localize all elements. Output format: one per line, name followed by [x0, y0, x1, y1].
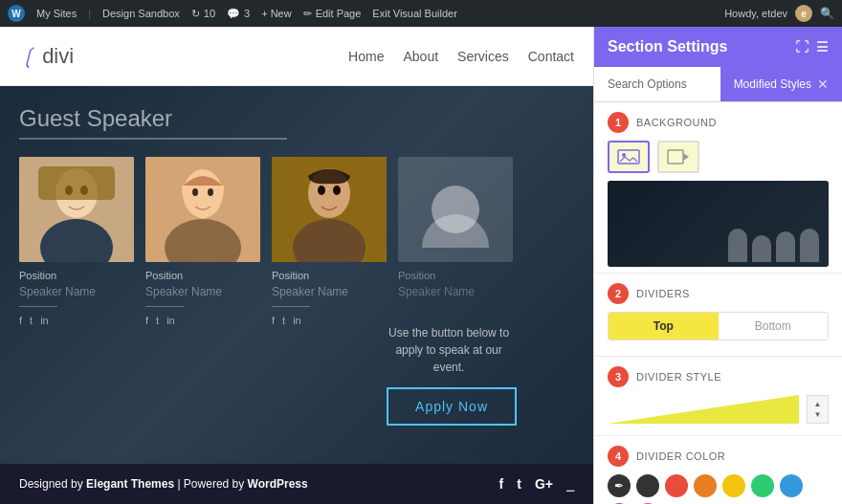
right-panel: Section Settings ⛶ ☰ Search Options Modi…: [593, 27, 842, 504]
speaker-card-4: Position Speaker Name: [398, 157, 513, 306]
speaker-position-1: Position: [19, 270, 134, 281]
wordpress-link[interactable]: WordPress: [248, 477, 308, 491]
badge-4: 4: [608, 446, 629, 467]
color-yellow[interactable]: [722, 474, 745, 497]
twitter-icon-3[interactable]: t: [282, 315, 285, 326]
twitter-icon-2[interactable]: t: [156, 315, 159, 326]
panel-title: Section Settings: [608, 38, 727, 55]
site-logo-text: divi: [42, 44, 74, 68]
pencil-icon: ✏: [303, 8, 312, 20]
color-green[interactable]: [751, 474, 774, 497]
new-label: + New: [261, 8, 292, 19]
divider-top-tab[interactable]: Top: [609, 313, 719, 340]
site-footer: Designed by Elegant Themes | Powered by …: [0, 464, 593, 504]
placeholder-avatar: [432, 186, 479, 233]
wp-logo-icon: W: [8, 5, 25, 22]
speaker-name-4: Speaker Name: [398, 285, 513, 298]
dividers-section: 2 Dividers Top Bottom: [594, 274, 842, 357]
edit-page-link[interactable]: ✏ Edit Page: [303, 8, 362, 20]
footer-rss-icon[interactable]: ⎯: [566, 476, 574, 492]
my-sites-menu[interactable]: My Sites: [36, 8, 77, 19]
modified-styles-tab[interactable]: Modified Styles ✕: [720, 67, 842, 101]
site-nav-links: Home About Services Contact: [348, 49, 574, 64]
badge-1: 1: [608, 112, 629, 133]
guest-speaker-title: Guest Speaker: [19, 105, 574, 132]
modified-close-icon[interactable]: ✕: [817, 77, 829, 92]
nav-about[interactable]: About: [403, 49, 438, 64]
bg-video-option[interactable]: [657, 141, 699, 173]
elegant-themes-link[interactable]: Elegant Themes: [86, 477, 174, 491]
svg-rect-16: [618, 150, 639, 164]
my-sites-label: My Sites: [36, 8, 77, 19]
search-button[interactable]: 🔍: [820, 7, 834, 20]
background-section: 1 Background: [594, 102, 842, 274]
twitter-icon-1[interactable]: t: [30, 315, 33, 326]
svg-point-14: [318, 186, 325, 195]
speaker-divider-2: [145, 306, 184, 307]
comment-icon: 💬: [227, 8, 240, 20]
divider-style-select[interactable]: ▲ ▼: [807, 395, 829, 424]
speaker-photo-placeholder: [398, 157, 513, 262]
apply-now-button[interactable]: Apply Now: [387, 387, 517, 426]
title-underline: [19, 138, 287, 140]
svg-point-15: [333, 186, 341, 195]
eyedropper-icon: ✒: [614, 479, 624, 493]
color-blue[interactable]: [780, 474, 803, 497]
linkedin-icon-2[interactable]: in: [166, 315, 175, 326]
footer-social: f t G+ ⎯: [499, 476, 574, 492]
site-logo: ❲ divi: [19, 44, 74, 69]
chevron-up-icon: ▲: [814, 400, 822, 408]
facebook-icon-3[interactable]: f: [272, 315, 275, 326]
footer-facebook-icon[interactable]: f: [499, 476, 504, 492]
speaker-social-1: f t in: [19, 315, 134, 326]
bg-figure-4: [800, 229, 819, 262]
edit-page-label: Edit Page: [316, 8, 362, 19]
exit-visual-builder-link[interactable]: Exit Visual Builder: [372, 8, 456, 19]
divider-triangle-svg: [608, 395, 799, 424]
user-avatar[interactable]: e: [795, 5, 812, 22]
site-navigation: ❲ divi Home About Services Contact: [0, 27, 593, 86]
linkedin-icon-3[interactable]: in: [293, 315, 301, 326]
howdy-label: Howdy, etdev: [724, 8, 787, 19]
settings-icon[interactable]: ☰: [816, 39, 829, 55]
modified-styles-label: Modified Styles: [734, 77, 811, 91]
comments-link[interactable]: 💬 3: [227, 8, 250, 20]
video-bg-icon: [667, 149, 690, 164]
linkedin-icon-1[interactable]: in: [40, 315, 49, 326]
svg-rect-5: [38, 166, 115, 200]
badge-3: 3: [608, 366, 629, 387]
footer-twitter-icon[interactable]: t: [517, 476, 521, 492]
updates-link[interactable]: ↻ 10: [191, 8, 215, 20]
design-sandbox-link[interactable]: Design Sandbox: [102, 8, 180, 19]
divider-tabs: Top Bottom: [608, 312, 829, 340]
search-options-tab[interactable]: Search Options: [594, 68, 720, 100]
website-preview: ❲ divi Home About Services Contact Guest…: [0, 27, 593, 504]
updates-count: 10: [204, 8, 215, 19]
color-red[interactable]: [665, 474, 688, 497]
panel-header: Section Settings ⛶ ☰: [594, 27, 842, 67]
nav-contact[interactable]: Contact: [528, 49, 574, 64]
divider-color-section: 4 Divider Color ✒ ··· Saved Recent: [594, 436, 842, 504]
background-options: [608, 141, 829, 173]
svg-point-17: [622, 153, 626, 157]
footer-googleplus-icon[interactable]: G+: [535, 476, 553, 492]
facebook-icon-1[interactable]: f: [19, 315, 22, 326]
divider-style-label: Divider Style: [636, 371, 721, 383]
badge-2: 2: [608, 283, 629, 304]
speaker-name-3: Speaker Name: [272, 285, 387, 298]
apply-section: Use the button below to apply to speak a…: [387, 324, 517, 426]
speaker-name-1: Speaker Name: [19, 285, 134, 298]
bg-image-option[interactable]: [608, 141, 650, 173]
new-content-menu[interactable]: + New: [261, 8, 292, 19]
color-swatches: ✒ ···: [608, 474, 829, 504]
divider-bottom-tab[interactable]: Bottom: [719, 313, 829, 340]
color-black[interactable]: [636, 474, 659, 497]
color-orange[interactable]: [694, 474, 717, 497]
fullscreen-icon[interactable]: ⛶: [795, 39, 809, 55]
nav-services[interactable]: Services: [457, 49, 509, 64]
chevron-down-icon: ▼: [814, 410, 822, 419]
facebook-icon-2[interactable]: f: [145, 315, 148, 326]
eyedropper-button[interactable]: ✒: [608, 474, 631, 497]
speaker-social-2: f t in: [145, 315, 260, 326]
nav-home[interactable]: Home: [348, 49, 384, 64]
